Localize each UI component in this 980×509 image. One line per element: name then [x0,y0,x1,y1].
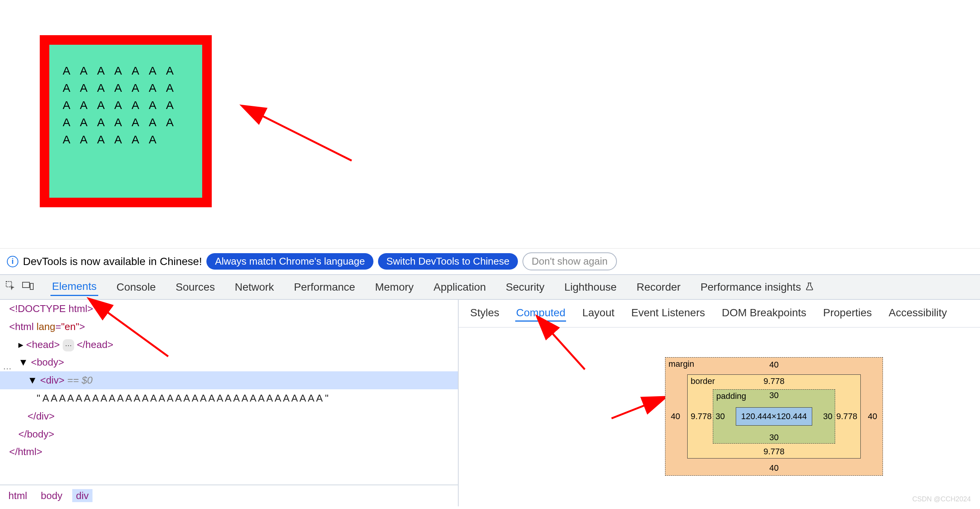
styles-sidebar: Styles Computed Layout Event Listeners D… [459,300,980,506]
border-top[interactable]: 9.778 [763,376,784,386]
breadcrumb-body[interactable]: body [37,489,66,502]
subtab-styles[interactable]: Styles [469,305,500,322]
padding-bottom[interactable]: 30 [769,433,779,442]
svg-rect-2 [23,282,29,288]
breadcrumb-html[interactable]: html [5,489,31,502]
devtools-body: <!DOCTYPE html> <html lang="en"> ▸ <head… [0,300,980,506]
dom-body-close[interactable]: </body> [18,428,54,440]
elements-dom-tree[interactable]: <!DOCTYPE html> <html lang="en"> ▸ <head… [0,300,459,506]
padding-top[interactable]: 30 [769,390,779,400]
more-actions-icon[interactable]: ⋯ [3,361,11,376]
subtab-layout[interactable]: Layout [581,305,615,322]
margin-bottom[interactable]: 40 [769,463,779,473]
switch-to-chinese-button[interactable]: Switch DevTools to Chinese [378,253,518,270]
margin-top[interactable]: 40 [769,360,779,370]
flask-icon [805,282,814,293]
svg-line-0 [260,115,352,161]
boxmodel-padding[interactable]: padding 30 30 30 30 120.444×120.444 [713,389,835,444]
dom-selected-div[interactable]: ▼ <div> == $0 [0,371,458,389]
always-match-language-button[interactable]: Always match Chrome's language [206,253,373,270]
margin-left[interactable]: 40 [671,411,680,421]
tab-performance-insights[interactable]: Performance insights [699,279,816,296]
tab-recorder[interactable]: Recorder [635,279,682,296]
svg-rect-3 [30,283,33,289]
tab-elements[interactable]: Elements [50,278,98,296]
annotation-arrow-box [252,107,359,170]
dom-doctype[interactable]: <!DOCTYPE html> [9,303,93,314]
annotation-arrow-computed-tab [543,327,589,375]
border-left[interactable]: 9.778 [691,411,712,421]
subtab-properties[interactable]: Properties [822,305,873,322]
subtab-accessibility[interactable]: Accessibility [888,305,948,322]
dom-html-close[interactable]: </html> [9,446,42,457]
tab-security[interactable]: Security [504,279,546,296]
tab-network[interactable]: Network [233,279,276,296]
padding-left[interactable]: 30 [716,411,725,421]
boxmodel-margin-label: margin [668,359,694,369]
info-icon: i [7,256,18,267]
tab-application[interactable]: Application [432,279,487,296]
page-viewport: A A A A A A A A A A A A A A A A A A A A … [0,0,980,249]
subtab-dom-breakpoints[interactable]: DOM Breakpoints [721,305,807,322]
inspect-element-icon[interactable] [5,281,15,293]
padding-right[interactable]: 30 [823,411,832,421]
border-right[interactable]: 9.778 [836,411,857,421]
sidebar-sub-tabs: Styles Computed Layout Event Listeners D… [459,300,980,328]
margin-right[interactable]: 40 [868,411,877,421]
subtab-event-listeners[interactable]: Event Listeners [631,305,706,322]
watermark: CSDN @CCH2024 [912,495,971,503]
tab-sources[interactable]: Sources [174,279,216,296]
tab-lighthouse[interactable]: Lighthouse [563,279,618,296]
border-bottom[interactable]: 9.778 [763,447,784,457]
device-toolbar-icon[interactable] [22,281,34,293]
boxmodel-padding-label: padding [716,391,746,401]
dom-head-row[interactable]: ▸ <head> ⋯ </head> [0,336,458,354]
annotation-arrow-boxmodel [608,392,669,424]
dismiss-banner-button[interactable]: Don't show again [522,252,617,270]
breadcrumb: html body div [0,485,458,506]
boxmodel-border-label: border [691,376,715,386]
boxmodel-border[interactable]: border 9.778 9.778 9.778 9.778 padding 3… [687,374,861,459]
dom-body-row[interactable]: ▼ <body> [0,353,458,371]
demo-text: A A A A A A A A A A A A A A A A A A A A … [63,62,189,148]
boxmodel-content[interactable]: 120.444×120.444 [736,407,812,426]
boxmodel-margin[interactable]: margin 40 40 40 40 border 9.778 9.778 9.… [665,357,883,476]
computed-box-model[interactable]: margin 40 40 40 40 border 9.778 9.778 9.… [665,357,883,476]
subtab-computed[interactable]: Computed [515,305,566,322]
dom-div-close[interactable]: </div> [28,410,55,422]
tab-memory[interactable]: Memory [373,279,415,296]
svg-line-7 [612,397,665,418]
svg-line-6 [550,331,585,369]
devtools-main-tabs: Elements Console Sources Network Perform… [0,275,980,300]
banner-message: DevTools is now available in Chinese! [23,255,202,268]
content-size[interactable]: 120.444×120.444 [741,411,807,421]
breadcrumb-div[interactable]: div [72,489,92,502]
devtools-language-banner: i DevTools is now available in Chinese! … [0,249,980,275]
tab-performance[interactable]: Performance [292,279,357,296]
tab-perf-insights-label: Performance insights [701,281,801,293]
tab-console[interactable]: Console [115,279,157,296]
dom-text-node[interactable]: " A A A A A A A A A A A A A A A A A A A … [0,389,458,407]
demo-div: A A A A A A A A A A A A A A A A A A A A … [40,35,212,207]
